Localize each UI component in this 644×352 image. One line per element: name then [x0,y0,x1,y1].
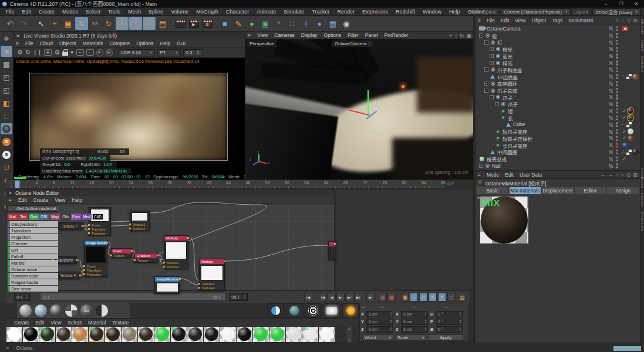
visibility-dots[interactable] [616,94,618,100]
tree-row-item[interactable]: -爪子总成 [476,87,640,94]
dolly-view-icon[interactable]: ↕ [454,33,457,39]
visibility-dots[interactable] [616,81,618,86]
material-thumbnail-13[interactable] [204,327,220,342]
enabled-check-icon[interactable]: ✓ [622,115,627,120]
up-arrow-icon[interactable]: ↑ [616,172,619,178]
path-icon[interactable]: ⌂ [621,18,624,23]
phong-tag-icon[interactable]: ∴ [622,75,625,79]
scale-x-field[interactable]: 0 cm▲▼ [401,311,428,317]
scale-icon[interactable]: ▣ [62,17,75,30]
scale-z-field[interactable]: 0 cm▲▼ [401,326,428,333]
restart-render-icon[interactable]: ↻ [25,49,31,56]
node-list-ridged-fractal[interactable]: Ridged fractal [8,279,58,285]
tree-row-item[interactable]: -爪子 [476,101,640,108]
layer-bars-button[interactable]: ▥ [458,293,466,302]
visibility-dots[interactable] [616,53,618,59]
search-icon[interactable]: ○ [621,172,623,178]
material-thumbnail-15[interactable] [237,327,252,342]
layer-edit-icon[interactable] [608,67,613,72]
visibility-dots[interactable] [616,60,618,66]
pen-spline-icon[interactable]: ✎ [232,17,245,30]
node-texture-p[interactable]: Texture P [57,222,83,230]
visibility-dots[interactable] [616,129,618,134]
move-icon[interactable]: + [48,17,61,30]
record-position-toggle[interactable]: + [410,293,418,302]
material-thumbnail-10[interactable] [154,327,170,342]
filter-icon[interactable]: ▽ [627,18,631,23]
menu-redshift[interactable]: Redshift [396,9,415,15]
chip-mat[interactable]: Mat [8,214,18,220]
hamburger-icon[interactable]: ≡ [478,172,481,178]
expand-toggle-icon[interactable]: - [484,40,488,45]
camera-tag-icon[interactable] [622,26,628,31]
layer-edit-icon[interactable] [608,150,613,155]
visibility-dots[interactable] [616,163,618,168]
goto-end-button[interactable]: ▶| [366,293,375,302]
vp-menu-view[interactable]: View [257,32,268,38]
tree-row-item[interactable]: 枪壳总成✓ [476,155,640,163]
expand-toggle-icon[interactable]: + [490,54,494,58]
record-parameter-toggle[interactable]: P [438,293,446,302]
rotation-p-field[interactable]: 0 °▲▼ [436,319,463,325]
menu-select[interactable]: Select [86,9,100,15]
visibility-dots[interactable] [616,88,618,93]
live-viewer-close-icon[interactable]: ✕ [16,33,20,39]
node-editor-close-icon[interactable]: × [9,190,12,196]
material-thumbnail-8[interactable] [122,327,137,342]
render-settings-icon[interactable]: ⚙ [201,17,214,30]
material-tag-icon[interactable] [632,149,638,155]
tab-basic[interactable]: Basic [477,187,508,194]
om-menu-edit[interactable]: Edit [501,18,510,23]
snap-settings-icon[interactable]: S [1,149,12,160]
end-frame-stepper[interactable]: 95 F▲▼ [229,293,248,301]
layer-edit-icon[interactable] [608,40,613,45]
node-list-osl-vectron[interactable]: OSL[vectron] [8,221,58,227]
active-camera-label[interactable]: OctaneCamera ∷ [332,40,373,47]
get-active-material-button[interactable]: Get Active material [8,205,65,212]
menu-extensions[interactable]: Extensions [362,9,388,15]
dock-tab-structure[interactable]: Structure [640,212,644,231]
glossy-ball-icon[interactable] [286,303,302,318]
search-icon[interactable]: ○ [616,18,619,23]
visibility-dots[interactable] [616,40,618,45]
goto-start-button[interactable]: |◀ [304,293,312,302]
hamburger-icon[interactable]: ≡ [9,197,12,203]
last-tool-icon[interactable]: ↻ [102,17,115,30]
live-selection-icon[interactable]: ↖ [35,17,48,30]
z-axis-lock-icon[interactable]: Z [143,17,156,30]
layer-edit-icon[interactable] [608,60,613,66]
rotation-h-field[interactable]: 0 °▲▼ [436,311,463,317]
material-tag-icon[interactable] [622,143,628,148]
visibility-dots[interactable] [616,109,618,114]
x-axis-lock-icon[interactable]: X [116,17,129,30]
diffuse-ball-icon[interactable] [267,303,284,318]
universal-material-button[interactable] [65,304,77,317]
menu-tools[interactable]: Tools [108,9,120,15]
emission-icon[interactable] [305,303,321,318]
material-thumbnail-19[interactable]: MIX [302,327,318,342]
region-render-icon[interactable]: R [44,49,52,56]
expand-toggle-icon[interactable]: + [490,61,494,65]
menu-edit[interactable]: Edit [22,9,32,15]
material-thumbnail-1[interactable] [6,327,22,342]
layout-select[interactable]: ZTOC混合 (User)▾ [592,8,640,15]
ne-menu-view[interactable]: View [55,197,65,203]
material-tag-icon[interactable] [628,136,633,141]
layer-edit-icon[interactable] [608,163,613,168]
expand-toggle-icon[interactable]: + [479,164,483,168]
tree-row-item[interactable]: -灯 [476,39,640,46]
attr-menu-mode[interactable]: Mode [487,172,499,178]
viewport-3d-scene[interactable]: + Perspective OctaneCamera ∷ Y X Z Grid … [245,39,473,180]
layer-edit-icon[interactable] [608,143,613,148]
record-rotation-toggle[interactable]: ↻ [429,293,437,302]
menu-spline[interactable]: Spline [149,9,163,15]
bit-depth-select[interactable]: LDR 8-bit▾ [119,49,155,56]
workplane-icon[interactable]: ∟ [1,110,12,121]
mm-menu-select[interactable]: Select [68,320,82,326]
layer-edit-icon[interactable] [608,122,613,127]
tree-row-item[interactable]: +绿光 [476,59,640,66]
vp-menu-display[interactable]: Display [301,32,318,38]
tree-row-item[interactable]: *长爪子底座 [476,142,640,149]
focus-picker-icon[interactable]: F [96,49,103,56]
polygons-mode-icon[interactable]: ◧ [1,97,12,109]
